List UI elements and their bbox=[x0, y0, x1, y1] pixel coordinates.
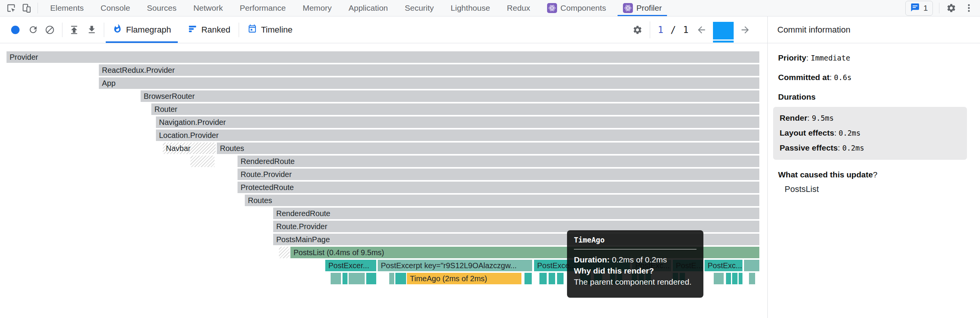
flame-bar-segment[interactable] bbox=[389, 273, 394, 284]
upload-icon[interactable] bbox=[69, 25, 79, 35]
tab-timeline[interactable]: Timeline bbox=[239, 16, 301, 43]
flame-bar-segment[interactable] bbox=[524, 273, 532, 284]
profiler-toolbar: FlamegraphRankedTimeline 1 / 1 bbox=[0, 16, 980, 43]
tab-application[interactable]: Application bbox=[340, 0, 397, 16]
devtools-tabs: ElementsConsoleSourcesNetworkPerformance… bbox=[42, 0, 670, 16]
tab-lighthouse[interactable]: Lighthouse bbox=[442, 0, 498, 16]
reload-icon[interactable] bbox=[28, 25, 38, 35]
flame-bar-routes[interactable]: Routes bbox=[217, 143, 759, 154]
tab-label: Application bbox=[349, 3, 388, 13]
download-icon[interactable] bbox=[86, 25, 97, 35]
tab-console[interactable]: Console bbox=[92, 0, 139, 16]
gear-icon[interactable] bbox=[946, 2, 957, 14]
tooltip-duration-value: 0.2ms of 0.2ms bbox=[612, 255, 667, 264]
tab-label: Flamegraph bbox=[126, 25, 171, 35]
flame-bar-segment[interactable] bbox=[732, 273, 737, 284]
divider bbox=[38, 3, 38, 13]
what-caused-label: What caused this update bbox=[778, 170, 873, 179]
flame-bar-segment[interactable] bbox=[331, 273, 341, 284]
flame-bar-segment[interactable] bbox=[190, 156, 215, 167]
gear-icon[interactable] bbox=[632, 25, 643, 35]
tab-flamegraph[interactable]: Flamegraph bbox=[104, 16, 179, 43]
tab-label: Console bbox=[101, 3, 130, 13]
flame-bar-segment[interactable] bbox=[557, 273, 564, 284]
ranked-icon bbox=[188, 24, 197, 36]
flame-bar-segment[interactable] bbox=[714, 273, 724, 284]
flame-bar-segment[interactable] bbox=[395, 273, 406, 284]
flame-bar-segment[interactable] bbox=[739, 273, 742, 284]
commit-counter: 1 / 1 bbox=[658, 25, 689, 35]
flame-bar-segment[interactable] bbox=[279, 247, 290, 258]
device-toolbar-icon[interactable] bbox=[21, 2, 32, 14]
issues-button[interactable]: 1 bbox=[905, 1, 933, 16]
duration-row-render: Render: 9.5ms bbox=[780, 113, 961, 123]
tab-network[interactable]: Network bbox=[185, 0, 231, 16]
durations-box: Render: 9.5msLayout effects: 0.2msPassiv… bbox=[773, 107, 967, 160]
caused-by-component[interactable]: PostsList bbox=[778, 184, 971, 194]
flame-bar-protectedroute[interactable]: ProtectedRoute bbox=[238, 182, 759, 193]
tab-performance[interactable]: Performance bbox=[231, 0, 294, 16]
flame-bar-segment[interactable] bbox=[744, 260, 759, 271]
flame-bar-segment[interactable] bbox=[749, 273, 755, 284]
arrow-left-icon[interactable] bbox=[696, 25, 707, 35]
tab-sources[interactable]: Sources bbox=[139, 0, 185, 16]
devtools-window: ElementsConsoleSourcesNetworkPerformance… bbox=[0, 0, 980, 318]
more-vertical-icon[interactable] bbox=[963, 2, 975, 14]
topbar-right-controls: 1 bbox=[905, 1, 980, 16]
flame-bar-segment[interactable] bbox=[539, 273, 547, 284]
flame-bar-renderedroute[interactable]: RenderedRoute bbox=[238, 156, 759, 167]
tab-elements[interactable]: Elements bbox=[42, 0, 92, 16]
flame-bar-postexcer...[interactable]: PostExcer... bbox=[325, 260, 376, 271]
clear-icon[interactable] bbox=[44, 25, 55, 35]
record-icon[interactable] bbox=[11, 26, 20, 34]
flame-bar-navbar[interactable]: Navbar bbox=[163, 143, 216, 154]
tab-label: Profiler bbox=[636, 3, 662, 13]
flamegraph-tooltip: TimeAgo Duration: 0.2ms of 0.2ms Why did… bbox=[567, 230, 703, 298]
flame-bar-app[interactable]: App bbox=[99, 77, 759, 89]
inspect-element-icon[interactable] bbox=[5, 2, 17, 14]
divider bbox=[62, 23, 62, 37]
react-icon bbox=[547, 3, 557, 13]
flame-bar-postexc...[interactable]: PostExc... bbox=[705, 260, 742, 271]
flame-bar-routes[interactable]: Routes bbox=[245, 195, 759, 206]
issues-count: 1 bbox=[923, 3, 928, 13]
flame-bar-route.provider[interactable]: Route.Provider bbox=[238, 169, 759, 180]
commit-navigation: 1 / 1 bbox=[632, 16, 751, 43]
flame-bar-segment[interactable] bbox=[349, 273, 365, 284]
tab-redux[interactable]: Redux bbox=[498, 0, 539, 16]
flame-bar-timeago[interactable]: TimeAgo (2ms of 2ms) bbox=[407, 273, 521, 284]
tab-memory[interactable]: Memory bbox=[294, 0, 340, 16]
tab-components[interactable]: Components bbox=[539, 0, 615, 16]
flame-bar-renderedroute[interactable]: RenderedRoute bbox=[273, 208, 759, 219]
tooltip-why-question: Why did this render? bbox=[574, 265, 696, 276]
flame-bar-location.provider[interactable]: Location.Provider bbox=[156, 129, 759, 141]
flame-bar-router[interactable]: Router bbox=[151, 103, 759, 115]
flame-bar-segment[interactable] bbox=[343, 273, 347, 284]
divider bbox=[650, 21, 650, 38]
tab-profiler[interactable]: Profiler bbox=[615, 0, 670, 16]
flame-bar-provider[interactable]: Provider bbox=[7, 51, 759, 63]
commit-info-title: Commit information bbox=[767, 16, 980, 43]
flame-bar-segment[interactable] bbox=[366, 273, 376, 284]
tab-label: Elements bbox=[50, 3, 84, 13]
tooltip-why-answer: The parent component rendered. bbox=[574, 276, 696, 287]
flame-bar-navigation.provider[interactable]: Navigation.Provider bbox=[156, 116, 759, 128]
commit-counter-separator: / bbox=[670, 25, 677, 35]
what-caused-qmark: ? bbox=[873, 170, 877, 179]
tooltip-why-label: Why did this render? bbox=[574, 266, 654, 275]
flame-bar-postexcerpt[interactable]: PostExcerpt key="r9S12L9OAlazczgw... bbox=[378, 260, 532, 271]
flame-bar-browserrouter[interactable]: BrowserRouter bbox=[141, 90, 759, 102]
tab-label: Security bbox=[405, 3, 434, 13]
arrow-right-icon[interactable] bbox=[740, 25, 751, 35]
commit-selector-current[interactable] bbox=[713, 22, 734, 39]
flame-bar-segment[interactable] bbox=[549, 273, 555, 284]
flame-bar-segment[interactable] bbox=[726, 273, 731, 284]
tab-security[interactable]: Security bbox=[396, 0, 442, 16]
flame-bar-reactredux.provider[interactable]: ReactRedux.Provider bbox=[99, 64, 759, 76]
commit-selector[interactable] bbox=[713, 16, 734, 43]
profiler-view-tabs: FlamegraphRankedTimeline bbox=[104, 16, 301, 43]
tab-ranked[interactable]: Ranked bbox=[179, 16, 239, 43]
duration-value: 9.5ms bbox=[812, 114, 834, 122]
react-icon bbox=[623, 3, 633, 13]
duration-row-passive-effects: Passive effects: 0.2ms bbox=[780, 143, 961, 152]
